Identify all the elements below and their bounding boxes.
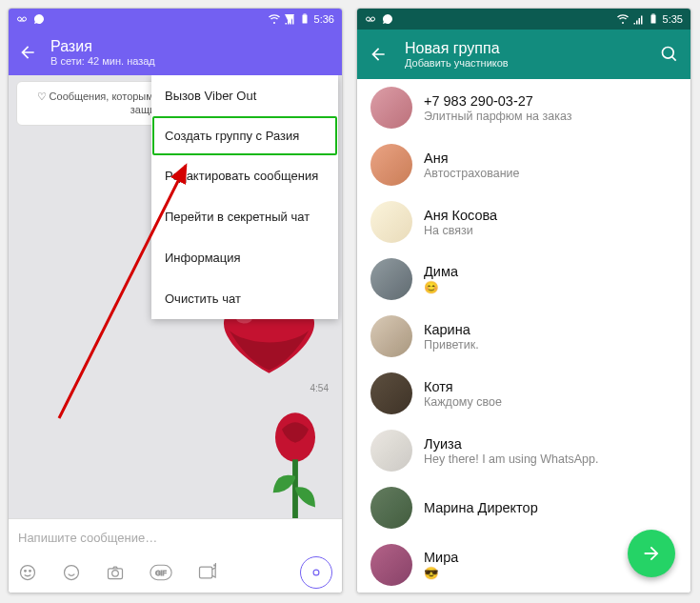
message-footer: GIF + bbox=[9, 518, 342, 593]
contact-row[interactable]: +7 983 290-03-27Элитный парфюм на заказ bbox=[357, 79, 690, 136]
mic-icon bbox=[310, 566, 323, 579]
camera-icon[interactable] bbox=[106, 563, 125, 582]
svg-rect-15 bbox=[200, 567, 212, 578]
svg-rect-20 bbox=[650, 15, 655, 24]
contact-name: Дима bbox=[424, 264, 458, 279]
menu-item-create-group[interactable]: Создать группу c Разия bbox=[152, 116, 337, 155]
contact-row[interactable]: АняАвтострахование bbox=[357, 136, 690, 193]
svg-point-8 bbox=[25, 571, 27, 573]
sticker-rose: 4:54 bbox=[262, 409, 329, 518]
viber-phone: 5:36 Разия В сети: 42 мин. назад ♡ Сообщ… bbox=[8, 8, 343, 593]
contact-name: Марина Директор bbox=[424, 500, 538, 515]
menu-item-edit-messages[interactable]: Редактировать сообщения bbox=[151, 155, 338, 196]
back-icon[interactable] bbox=[369, 45, 388, 64]
battery-icon bbox=[299, 13, 310, 25]
svg-rect-3 bbox=[303, 14, 306, 15]
svg-text:GIF: GIF bbox=[155, 570, 166, 576]
back-icon[interactable] bbox=[18, 43, 37, 62]
signal-icon bbox=[284, 13, 295, 25]
page-title: Новая группа bbox=[405, 40, 509, 57]
svg-rect-21 bbox=[651, 14, 654, 15]
wifi-icon bbox=[269, 13, 280, 25]
avatar bbox=[370, 372, 412, 414]
menu-item-info[interactable]: Информация bbox=[151, 237, 338, 278]
avatar bbox=[370, 258, 412, 300]
svg-point-18 bbox=[367, 17, 370, 21]
contact-name: Карина bbox=[424, 322, 479, 337]
svg-point-1 bbox=[23, 17, 27, 21]
gif-icon[interactable]: GIF bbox=[150, 563, 172, 582]
sticker-time: 4:54 bbox=[310, 383, 329, 393]
contact-status: Hey there! I am using WhatsApp. bbox=[424, 452, 598, 466]
avatar bbox=[370, 144, 412, 186]
svg-rect-2 bbox=[302, 15, 307, 24]
whatsapp-notif-icon bbox=[33, 13, 45, 25]
menu-item-secret-chat[interactable]: Перейти в секретный чат bbox=[151, 196, 338, 237]
status-bar: 5:35 bbox=[357, 9, 690, 30]
viber-header: Разия В сети: 42 мин. назад bbox=[9, 30, 342, 75]
contact-name: Аня bbox=[424, 151, 519, 166]
avatar bbox=[370, 87, 412, 129]
avatar bbox=[370, 315, 412, 357]
send-button[interactable] bbox=[300, 556, 332, 589]
avatar bbox=[370, 544, 412, 586]
chat-title[interactable]: Разия bbox=[50, 38, 155, 55]
status-bar: 5:36 bbox=[9, 9, 342, 30]
signal-icon bbox=[632, 13, 644, 25]
contact-status: Каждому свое bbox=[424, 395, 502, 409]
voicemail-icon bbox=[365, 13, 376, 25]
contact-row[interactable]: Аня КосоваНа связи bbox=[357, 193, 690, 251]
svg-point-7 bbox=[21, 566, 35, 580]
contact-row[interactable]: ЛуизаHey there! I am using WhatsApp. bbox=[357, 422, 690, 479]
contact-status: Приветик. bbox=[424, 338, 479, 352]
status-time: 5:36 bbox=[314, 13, 334, 25]
arrow-right-icon bbox=[641, 543, 662, 564]
contact-status: 😎 bbox=[424, 566, 458, 580]
smiley-icon[interactable] bbox=[18, 563, 37, 582]
contact-status: 😊 bbox=[424, 280, 458, 294]
svg-text:+: + bbox=[214, 563, 217, 570]
svg-point-9 bbox=[30, 571, 31, 573]
contact-row[interactable]: КотяКаждому свое bbox=[357, 365, 690, 422]
voicemail-icon bbox=[16, 13, 28, 25]
avatar bbox=[370, 430, 412, 472]
whatsapp-phone: 5:35 Новая группа Добавить участников +7… bbox=[356, 8, 691, 593]
message-input[interactable] bbox=[18, 527, 332, 549]
avatar bbox=[370, 201, 412, 243]
plus-icon[interactable]: + bbox=[197, 563, 216, 582]
contact-row[interactable]: КаринаПриветик. bbox=[357, 308, 690, 365]
contact-name: Луиза bbox=[424, 436, 598, 452]
contact-name: Аня Косова bbox=[424, 208, 497, 223]
battery-icon bbox=[648, 13, 659, 25]
chat-subtitle: В сети: 42 мин. назад bbox=[50, 55, 155, 67]
svg-point-10 bbox=[65, 566, 79, 580]
contact-name: +7 983 290-03-27 bbox=[424, 93, 571, 109]
svg-point-12 bbox=[112, 571, 119, 577]
contact-status: Элитный парфюм на заказ bbox=[424, 110, 571, 123]
context-menu: Вызов Viber Out Создать группу c Разия Р… bbox=[151, 75, 338, 319]
contact-row[interactable]: Дима😊 bbox=[357, 251, 690, 308]
svg-point-19 bbox=[371, 17, 375, 21]
svg-point-17 bbox=[313, 570, 319, 575]
menu-item-clear-chat[interactable]: Очистить чат bbox=[151, 278, 338, 319]
svg-point-0 bbox=[18, 17, 22, 21]
chat-body: ♡ Сообщения, которыми вы обмениваетесь в… bbox=[9, 75, 342, 518]
contact-status: Автострахование bbox=[424, 167, 519, 180]
contacts-list[interactable]: +7 983 290-03-27Элитный парфюм на заказ … bbox=[357, 79, 690, 593]
wifi-icon bbox=[617, 13, 629, 25]
avatar bbox=[370, 487, 412, 529]
search-icon[interactable] bbox=[660, 45, 679, 64]
whatsapp-header: Новая группа Добавить участников bbox=[357, 30, 690, 79]
contact-name: Котя bbox=[424, 379, 502, 394]
contact-status: На связи bbox=[424, 224, 497, 237]
status-time: 5:35 bbox=[663, 13, 683, 25]
whatsapp-notif-icon bbox=[382, 13, 393, 25]
contact-row[interactable]: Марина Директор bbox=[357, 479, 690, 536]
contact-name: Мира bbox=[424, 550, 458, 565]
sticker-icon[interactable] bbox=[62, 563, 81, 582]
menu-item-viber-out[interactable]: Вызов Viber Out bbox=[151, 75, 338, 116]
svg-point-22 bbox=[663, 48, 674, 59]
next-fab-button[interactable] bbox=[628, 530, 675, 577]
page-subtitle: Добавить участников bbox=[405, 57, 509, 69]
